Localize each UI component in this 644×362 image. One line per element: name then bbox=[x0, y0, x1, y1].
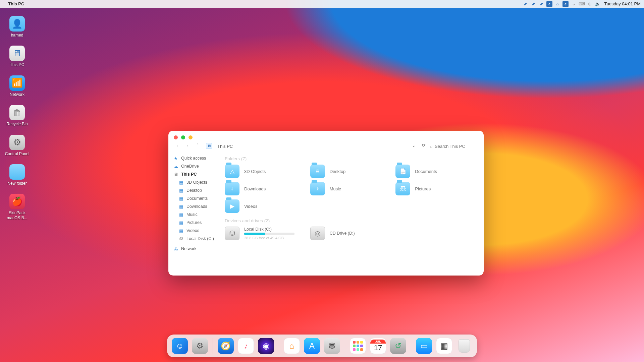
desktop-icon-label: Control Panel bbox=[5, 152, 30, 156]
dock-home[interactable]: ⌂ bbox=[284, 338, 300, 354]
folder-desktop[interactable]: 🖥Desktop bbox=[310, 165, 392, 178]
tray-volume-icon[interactable]: 🔈 bbox=[595, 1, 601, 7]
dock-show-desktop[interactable]: ▭ bbox=[416, 338, 432, 354]
breadcrumb-dropdown-button[interactable]: ⌄ bbox=[410, 141, 417, 149]
drive-label: Local Disk (C:) bbox=[244, 227, 294, 232]
dock-finder[interactable]: ☺ bbox=[172, 338, 188, 354]
drive-cd-d[interactable]: ◎ CD Drive (D:) bbox=[310, 227, 392, 240]
folder-downloads[interactable]: ↓Downloads bbox=[225, 182, 307, 195]
cd-drive-icon: ◎ bbox=[310, 227, 325, 240]
desktop-control-panel[interactable]: ⚙ Control Panel bbox=[2, 135, 32, 156]
sidebar-3d-objects[interactable]: ▦3D Objects bbox=[171, 178, 219, 186]
desktop-this-pc[interactable]: 🖥 This PC bbox=[2, 46, 32, 67]
sidebar-videos[interactable]: ▦Videos bbox=[171, 227, 219, 235]
folder-label: Documents bbox=[415, 169, 437, 174]
search-box[interactable]: ⌕ bbox=[430, 144, 478, 149]
search-input[interactable] bbox=[435, 144, 478, 149]
dock-separator bbox=[279, 338, 279, 354]
sidebar-label: OneDrive bbox=[181, 164, 199, 169]
drives-group-header[interactable]: Devices and drives (2) bbox=[225, 218, 478, 223]
dock-settings[interactable]: ⚙ bbox=[192, 338, 208, 354]
desktop-icon-label: hamed bbox=[11, 33, 23, 38]
desktop-icon-label: SkinPack macOS B... bbox=[2, 210, 32, 220]
nav-back-button[interactable]: ‹ bbox=[174, 141, 181, 149]
maximize-button[interactable] bbox=[189, 135, 193, 139]
tray-edge-icon-2[interactable]: e bbox=[562, 1, 569, 7]
desktop-user-folder[interactable]: 👤 hamed bbox=[2, 16, 32, 38]
sidebar-desktop[interactable]: ▦Desktop bbox=[171, 186, 219, 194]
close-button[interactable] bbox=[174, 135, 178, 139]
menubar-clock[interactable]: Tuesday 04:01 PM bbox=[604, 1, 641, 6]
sidebar-downloads[interactable]: ▦Downloads bbox=[171, 202, 219, 210]
desktop-recycle-bin[interactable]: 🗑 Recycle Bin bbox=[2, 105, 32, 126]
sidebar-this-pc[interactable]: 🖥 This PC bbox=[171, 170, 219, 178]
drive-free-text: 28.8 GB free of 49.4 GB bbox=[244, 236, 294, 240]
dock-music[interactable]: ♪ bbox=[238, 338, 254, 354]
menubar-app-title[interactable]: This PC bbox=[8, 1, 24, 6]
tray-item-2[interactable]: ⬈ bbox=[530, 1, 536, 7]
folder-music[interactable]: ♪Music bbox=[310, 182, 392, 195]
sidebar-pictures[interactable]: ▦Pictures bbox=[171, 219, 219, 227]
dock-trash[interactable] bbox=[456, 338, 472, 354]
sidebar-quick-access[interactable]: ★ Quick access bbox=[171, 154, 219, 162]
folder-videos[interactable]: ▶Videos bbox=[225, 199, 307, 213]
desktop-icon-label: This PC bbox=[10, 62, 24, 67]
tray-edge-icon-1[interactable]: e bbox=[546, 1, 552, 7]
sidebar-local-disk[interactable]: ⛁Local Disk (C:) bbox=[171, 235, 219, 243]
breadcrumb-this-pc-icon[interactable]: 🖥 bbox=[206, 143, 212, 149]
sidebar-label: Local Disk (C:) bbox=[186, 236, 214, 241]
folder-icon: ▦ bbox=[178, 180, 184, 185]
drive-local-c[interactable]: ⛁ Local Disk (C:) 28.8 GB free of 49.4 G… bbox=[225, 227, 307, 240]
dock-launchpad[interactable] bbox=[350, 338, 366, 354]
nav-up-button[interactable]: ˄ bbox=[194, 141, 201, 149]
folder-label: Music bbox=[330, 186, 341, 191]
explorer-window: ‹ › ˄ 🖥 This PC ⌄ ⟳ ⌕ ★ Quick access ☁ O… bbox=[168, 131, 484, 276]
tray-item-3[interactable]: ⬈ bbox=[538, 1, 544, 7]
sidebar-documents[interactable]: ▦Documents bbox=[171, 194, 219, 202]
folder-documents[interactable]: 📄Documents bbox=[395, 165, 478, 178]
dock-bootcamp[interactable]: ⛃ bbox=[324, 338, 340, 354]
tray-overflow-chevron-icon[interactable]: ⌄ bbox=[571, 1, 577, 7]
traffic-lights bbox=[174, 135, 193, 139]
tray-network-icon[interactable]: ⊕ bbox=[587, 1, 593, 7]
desktop-icon-label: Recycle Bin bbox=[6, 122, 28, 126]
breadcrumb-title[interactable]: This PC bbox=[217, 144, 233, 149]
drives-grid: ⛁ Local Disk (C:) 28.8 GB free of 49.4 G… bbox=[225, 227, 478, 240]
user-folder-icon: 👤 bbox=[9, 16, 25, 32]
tray-item-1[interactable]: ⬈ bbox=[522, 1, 528, 7]
sidebar-label: Downloads bbox=[186, 204, 207, 209]
folder-pictures[interactable]: 🖼Pictures bbox=[395, 182, 478, 195]
calendar-day: 17 bbox=[374, 344, 382, 352]
folder-icon: ▦ bbox=[178, 220, 184, 225]
dock-calendar[interactable]: JUL 17 bbox=[370, 338, 386, 354]
dock-task-view[interactable]: ▦ bbox=[436, 338, 452, 354]
desktop-new-folder[interactable]: New folder bbox=[2, 164, 32, 186]
folder-label: Downloads bbox=[244, 186, 266, 191]
network-icon: 📶 bbox=[9, 75, 25, 91]
folder-label: Desktop bbox=[330, 169, 346, 174]
dock-safari[interactable]: 🧭 bbox=[218, 338, 234, 354]
folders-group-header[interactable]: Folders (7) bbox=[225, 156, 478, 161]
hard-disk-icon: ⛁ bbox=[225, 227, 239, 240]
dock-siri[interactable]: ◉ bbox=[258, 338, 274, 354]
sidebar-onedrive[interactable]: ☁ OneDrive bbox=[171, 162, 219, 170]
dock-separator bbox=[411, 338, 411, 354]
desktop-skinpack[interactable]: 🍎 SkinPack macOS B... bbox=[2, 194, 32, 220]
tray-keyboard-icon[interactable]: ⌨ bbox=[579, 1, 585, 7]
minimize-button[interactable] bbox=[181, 135, 185, 139]
network-icon: 🖧 bbox=[173, 246, 178, 251]
folder-icon: ▦ bbox=[178, 228, 184, 233]
dock-app-store[interactable]: A bbox=[304, 338, 320, 354]
recycle-bin-icon: 🗑 bbox=[9, 105, 25, 120]
sidebar-label: Network bbox=[181, 246, 197, 251]
desktop-network[interactable]: 📶 Network bbox=[2, 75, 32, 97]
dock-time-machine[interactable]: ↺ bbox=[390, 338, 406, 354]
sidebar-music[interactable]: ▦Music bbox=[171, 210, 219, 219]
sidebar-label: Quick access bbox=[181, 156, 206, 161]
tray-shield-icon[interactable]: ⌂ bbox=[554, 1, 560, 7]
sidebar-network[interactable]: 🖧 Network bbox=[171, 245, 219, 253]
nav-forward-button[interactable]: › bbox=[184, 141, 191, 149]
refresh-button[interactable]: ⟳ bbox=[420, 141, 427, 149]
folder-3d-objects[interactable]: △3D Objects bbox=[225, 165, 307, 178]
desktop-icons: 👤 hamed 🖥 This PC 📶 Network 🗑 Recycle Bi… bbox=[2, 16, 32, 220]
